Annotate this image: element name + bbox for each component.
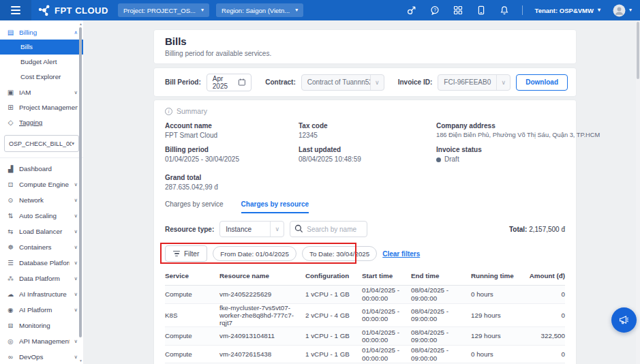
- sidebar-divider: [0, 157, 83, 158]
- field-grand-total: Grand total 287.635.042,99 đ: [165, 174, 299, 192]
- total-amount: Total: 2,157,500 đ: [509, 226, 565, 233]
- sidebar-scrollbar[interactable]: ▲ ▼: [79, 22, 82, 363]
- sidebar-menu-item[interactable]: ⇅ Auto Scaling ∨: [0, 208, 83, 224]
- chevron-down-icon: ∨: [74, 354, 78, 360]
- project-management-icon: ⊞: [7, 104, 14, 111]
- from-date-chip[interactable]: From Date: 01/04/2025: [213, 246, 296, 261]
- info-icon: i: [165, 108, 172, 115]
- sidebar: ▤ Billing ∧ BillsBudget AlertCost Explor…: [0, 20, 83, 364]
- sidebar-menu-item[interactable]: ☰ Database Platform ∨: [0, 255, 83, 271]
- bill-period-label: Bill Period:: [165, 78, 201, 86]
- field-last-updated: Last updated 08/04/2025 10:48:59: [299, 146, 436, 164]
- col-configuration: Configuration: [305, 272, 362, 279]
- cell-end-time: 08/04/2025 - 09:00:00: [411, 307, 471, 323]
- to-date-chip[interactable]: To Date: 30/04/2025: [302, 246, 377, 261]
- fpt-logo-mark: [38, 4, 50, 16]
- menu-item-icon: ⊙: [7, 196, 14, 204]
- tab[interactable]: Charges by service: [165, 200, 224, 213]
- user-avatar-menu[interactable]: ▾: [613, 4, 632, 17]
- sidebar-project-select[interactable]: OSP_CHECK_BILL_001 ▾: [4, 135, 79, 152]
- chevron-down-icon: ▾: [72, 140, 74, 147]
- field-invoice-status: Invoice status Draft: [436, 146, 600, 164]
- sidebar-menu-item[interactable]: ⊙ Network ∨: [0, 192, 83, 208]
- col-amount: Amount (đ): [522, 272, 565, 279]
- col-start-time: Start time: [362, 272, 411, 279]
- cell-resource-name: fke-mycluster-7vs5vt07-worker-zhe8q8hd-7…: [219, 304, 305, 327]
- resource-filter-row: Resource type: Instance ∨ Total: 2,157,5…: [165, 221, 565, 237]
- menu-item-icon: ⊟: [7, 322, 14, 329]
- support-chat-icon[interactable]: ?: [429, 5, 440, 16]
- charges-table: Service Resource name Configuration Star…: [165, 267, 565, 364]
- sidebar-menu-item[interactable]: ⇆ Load Balancer ∨: [0, 224, 83, 239]
- sidebar-item-iam[interactable]: ▣ IAM ∨: [0, 85, 83, 100]
- contract-select[interactable]: Contract of Tuannn52... ∨: [301, 74, 384, 91]
- scrollbar-thumb[interactable]: [637, 22, 639, 79]
- sidebar-billing-subitem[interactable]: Budget Alert: [0, 55, 83, 70]
- cell-configuration: 1 vCPU - 1 GB: [305, 290, 362, 298]
- quick-start-icon[interactable]: [406, 5, 417, 16]
- sidebar-group-billing[interactable]: ▤ Billing ∧: [0, 25, 83, 40]
- cell-running-time: 129 hours: [471, 332, 522, 339]
- clear-filters-link[interactable]: Clear filters: [382, 250, 420, 258]
- menu-item-icon: ☁: [7, 290, 14, 298]
- field-account-name: Account name FPT Smart Cloud: [165, 122, 299, 140]
- chevron-down-icon: ∨: [74, 338, 78, 344]
- sidebar-menu-item[interactable]: ◎ API Management ∨: [0, 333, 83, 349]
- scroll-down-icon[interactable]: ▼: [79, 359, 82, 363]
- field-billing-period: Billing period 01/04/2025 - 30/04/2025: [165, 146, 299, 164]
- notifications-bell-icon[interactable]: [499, 5, 510, 16]
- chevron-down-icon: ∨: [74, 228, 78, 234]
- summary-card: i Summary Account name FPT Smart Cloud T…: [154, 100, 576, 364]
- cell-service: K8S: [165, 312, 219, 319]
- filter-button[interactable]: Filter: [165, 245, 207, 262]
- chevron-down-icon: ▾: [295, 7, 298, 13]
- sidebar-menu-item[interactable]: ◉ AI Platform ∨: [0, 302, 83, 318]
- sidebar-item-project-management[interactable]: ⊞ Project Management: [0, 100, 83, 115]
- sidebar-menu-item[interactable]: ▟ Dashboard: [0, 161, 83, 177]
- invoice-id-label: Invoice ID:: [398, 78, 433, 86]
- table-row[interactable]: Compute vm-24072615438 1 vCPU - 1 GB 01/…: [165, 346, 565, 364]
- chevron-down-icon: ∨: [74, 244, 78, 250]
- chevron-down-icon: ∨: [74, 260, 78, 266]
- cell-start-time: 01/04/2025 - 00:00:00: [362, 286, 411, 302]
- sidebar-menu-item[interactable]: ⊟ Monitoring: [0, 318, 83, 333]
- sidebar-billing-subitem[interactable]: Bills: [0, 40, 83, 55]
- project-selector[interactable]: Project: PROJECT_OS... ▾: [118, 3, 209, 17]
- chevron-up-icon: ∧: [74, 29, 78, 35]
- download-button[interactable]: Download: [516, 74, 568, 91]
- sidebar-menu-item[interactable]: ⊡ Compute Engine ∨: [0, 177, 83, 192]
- page-header-card: Bills Billing period for available servi…: [154, 30, 576, 63]
- chevron-down-icon: ∨: [370, 75, 384, 90]
- table-row[interactable]: Compute vm-24052225629 1 vCPU - 1 GB 01/…: [165, 286, 565, 304]
- scrollbar-thumb[interactable]: [79, 27, 82, 337]
- feedback-fab-button[interactable]: [611, 307, 637, 333]
- table-row[interactable]: Compute vm-240913104811 1 vCPU - 1 GB 01…: [165, 327, 565, 346]
- sidebar-menu-item[interactable]: ☁ AI Infrastructure ∨: [0, 286, 83, 302]
- tenant-selector[interactable]: Tenant: OSP&VMW ▾: [535, 7, 600, 14]
- cell-end-time: 08/04/2025 - 09:00:00: [411, 346, 471, 362]
- sidebar-billing-subitem[interactable]: Cost Explorer: [0, 70, 83, 85]
- sidebar-item-tagging[interactable]: ◇ Tagging: [0, 115, 83, 130]
- device-docs-icon[interactable]: [476, 5, 487, 16]
- apps-grid-icon[interactable]: [453, 5, 463, 16]
- cell-service: Compute: [165, 290, 219, 298]
- hamburger-menu-icon[interactable]: [0, 0, 31, 20]
- invoice-id-select[interactable]: FCI-96FEEAB0 ∨: [438, 74, 511, 91]
- sidebar-menu-item[interactable]: ∞ DevOps ∨: [0, 349, 83, 364]
- status-dot: [436, 157, 441, 162]
- tab[interactable]: Charges by resource: [241, 200, 309, 213]
- scroll-up-icon[interactable]: ▲: [79, 22, 82, 26]
- sidebar-menu-item[interactable]: ☸ Containers ∨: [0, 239, 83, 255]
- cell-end-time: 08/04/2025 - 09:00:00: [411, 286, 471, 302]
- region-selector[interactable]: Region: Saigon (Vietn... ▾: [216, 3, 303, 17]
- cell-resource-name: vm-240913104811: [219, 332, 305, 339]
- calendar-icon: [238, 78, 246, 87]
- bill-period-input[interactable]: Apr 2025: [207, 74, 252, 91]
- sidebar-menu-item[interactable]: ⁂ Data Platform ∨: [0, 271, 83, 286]
- cell-start-time: 01/04/2025 - 00:00:00: [362, 346, 411, 362]
- page-scrollbar[interactable]: [636, 20, 640, 364]
- page-title: Bills: [165, 35, 565, 47]
- resource-type-select[interactable]: Instance ∨: [219, 221, 284, 237]
- table-row[interactable]: K8S fke-mycluster-7vs5vt07-worker-zhe8q8…: [165, 304, 565, 328]
- col-resource-name: Resource name: [219, 272, 305, 279]
